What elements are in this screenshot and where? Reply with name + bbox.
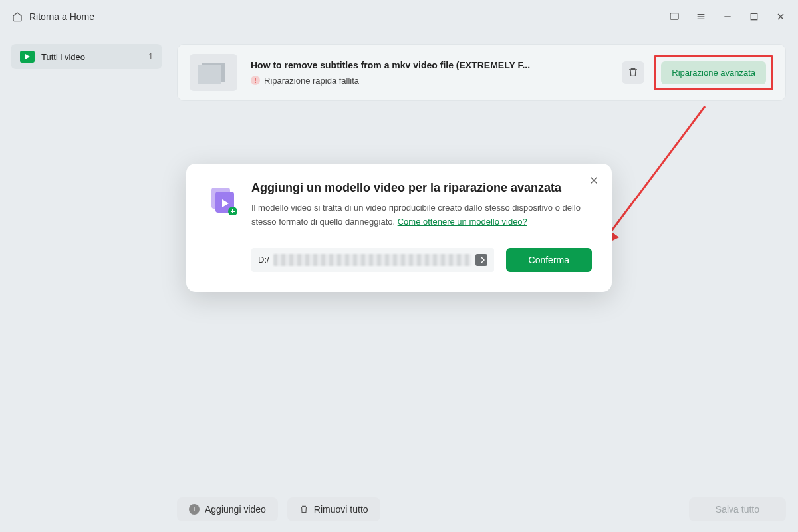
path-prefix: D:/ [258,255,269,265]
modal-description: Il modello video si tratta di un video r… [251,201,592,229]
sample-path-field[interactable]: D:/ [251,248,494,272]
close-icon[interactable] [588,174,600,186]
browse-icon[interactable] [475,254,487,266]
modal-help-link[interactable]: Come ottenere un modello video? [398,217,527,227]
video-sample-icon [206,184,238,215]
modal-title: Aggiungi un modello video per la riparaz… [251,181,592,195]
add-sample-modal: Aggiungi un modello video per la riparaz… [186,164,612,292]
path-redacted [273,254,471,266]
modal-overlay: Aggiungi un modello video per la riparaz… [0,0,798,532]
confirm-button[interactable]: Conferma [506,248,592,272]
